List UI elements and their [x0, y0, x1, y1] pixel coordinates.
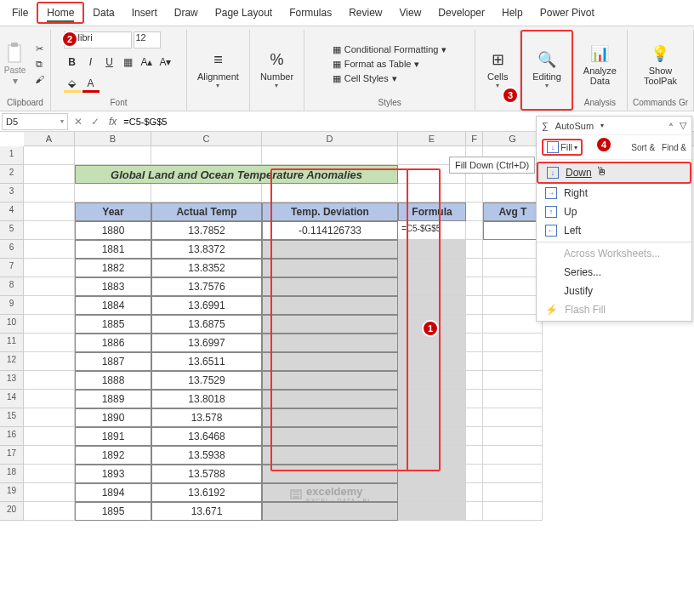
copy-icon[interactable]: ⧉: [32, 57, 46, 71]
row-hdr-14[interactable]: 14: [0, 390, 24, 408]
alignment-button[interactable]: ≡ Alignment ▾: [192, 46, 244, 91]
cell-year-6[interactable]: 1881: [75, 240, 151, 259]
name-box[interactable]: D5▾: [2, 113, 68, 130]
row-hdr-2[interactable]: 2: [0, 165, 24, 184]
cell-dev-6[interactable]: [262, 240, 398, 259]
row-hdr-6[interactable]: 6: [0, 240, 24, 259]
cell-dev-7[interactable]: [262, 259, 398, 277]
fill-justify-item[interactable]: Justify: [537, 282, 691, 300]
menu-view[interactable]: View: [391, 3, 430, 22]
cell-a1[interactable]: [24, 146, 75, 165]
cell-year-16[interactable]: 1891: [75, 427, 151, 446]
fill-left-item[interactable]: ←Left: [537, 221, 691, 240]
cell-avg-16[interactable]: [483, 427, 543, 446]
cell-avg-10[interactable]: [483, 315, 543, 334]
cell-avg-9[interactable]: [483, 296, 543, 315]
cell-actual-11[interactable]: 13.6997: [151, 334, 262, 352]
analyze-data-button[interactable]: 📊 Analyze Data: [578, 40, 622, 88]
cell-avg-17[interactable]: [483, 446, 543, 465]
cell-dev-15[interactable]: [262, 408, 398, 427]
editing-button[interactable]: 🔍 Editing ▾: [527, 46, 566, 91]
cell-actual-15[interactable]: 13.578: [151, 408, 262, 427]
cell-avg-14[interactable]: [483, 390, 543, 408]
format-painter-icon[interactable]: 🖌: [32, 72, 46, 86]
cell-avg-5[interactable]: [483, 221, 543, 240]
cell-avg-13[interactable]: [483, 371, 543, 390]
hdr-year[interactable]: Year: [75, 202, 151, 221]
row-hdr-5[interactable]: 5: [0, 221, 24, 240]
cell-avg-7[interactable]: [483, 259, 543, 277]
cell-actual-16[interactable]: 13.6468: [151, 427, 262, 446]
font-color-button[interactable]: A: [82, 76, 100, 93]
title-cell[interactable]: Global Land and Ocean Temperature Anomal…: [75, 165, 398, 184]
cell-formula-19[interactable]: [398, 483, 466, 502]
font-size-select[interactable]: 12: [134, 31, 161, 48]
menu-data[interactable]: Data: [84, 3, 122, 22]
find-label[interactable]: Find &: [662, 143, 686, 152]
cell-actual-20[interactable]: 13.671: [151, 502, 262, 521]
col-d[interactable]: D: [262, 132, 398, 145]
cell-year-5[interactable]: 1880: [75, 221, 151, 240]
cell-year-15[interactable]: 1890: [75, 408, 151, 427]
cell-formula-20[interactable]: [398, 502, 466, 521]
cell-formula-17[interactable]: [398, 446, 466, 465]
menu-insert[interactable]: Insert: [123, 3, 166, 22]
row-hdr-7[interactable]: 7: [0, 259, 24, 277]
cell-avg-15[interactable]: [483, 408, 543, 427]
fx-icon[interactable]: fx: [104, 116, 122, 128]
cell-formula-18[interactable]: [398, 465, 466, 483]
row-hdr-4[interactable]: 4: [0, 202, 24, 221]
italic-button[interactable]: I: [82, 54, 100, 71]
cell-formula-15[interactable]: [398, 408, 466, 427]
conditional-formatting-button[interactable]: ▦Conditional Formatting▾: [331, 43, 449, 56]
cell-actual-10[interactable]: 13.6875: [151, 315, 262, 334]
fill-button[interactable]: ↓Fill▾: [542, 139, 583, 156]
cell-actual-5[interactable]: 13.7852: [151, 221, 262, 240]
cell-formula-5[interactable]: =C5-$G$5: [398, 221, 466, 240]
fill-right-item[interactable]: →Right: [537, 184, 691, 202]
col-b[interactable]: B: [75, 132, 151, 145]
cell-actual-8[interactable]: 13.7576: [151, 277, 262, 296]
cell-dev-16[interactable]: [262, 427, 398, 446]
cancel-formula-icon[interactable]: ✕: [70, 116, 87, 128]
cut-icon[interactable]: ✂: [32, 42, 46, 55]
menu-file[interactable]: File: [3, 3, 37, 22]
col-a[interactable]: A: [24, 132, 75, 145]
cell-dev-17[interactable]: [262, 446, 398, 465]
col-c[interactable]: C: [151, 132, 262, 145]
cell-avg-8[interactable]: [483, 277, 543, 296]
cell-year-19[interactable]: 1894: [75, 483, 151, 502]
cell-year-14[interactable]: 1889: [75, 390, 151, 408]
hdr-avg[interactable]: Avg T: [483, 202, 543, 221]
row-hdr-9[interactable]: 9: [0, 296, 24, 315]
cell-actual-9[interactable]: 13.6991: [151, 296, 262, 315]
enter-formula-icon[interactable]: ✓: [87, 116, 104, 128]
cell-actual-6[interactable]: 13.8372: [151, 240, 262, 259]
cell-avg-20[interactable]: [483, 502, 543, 521]
cell-actual-12[interactable]: 13.6511: [151, 352, 262, 371]
row-hdr-15[interactable]: 15: [0, 408, 24, 427]
menu-draw[interactable]: Draw: [166, 3, 207, 22]
fill-color-button[interactable]: ⬙: [64, 76, 81, 93]
cell-styles-button[interactable]: ▦Cell Styles▾: [331, 72, 449, 85]
cell-formula-8[interactable]: [398, 277, 466, 296]
hdr-formula[interactable]: Formula: [398, 202, 466, 221]
autosum-label[interactable]: AutoSum: [555, 121, 594, 131]
cell-formula-6[interactable]: [398, 240, 466, 259]
fill-series-item[interactable]: Series...: [537, 263, 691, 282]
cell-formula-16[interactable]: [398, 427, 466, 446]
cell-avg-19[interactable]: [483, 483, 543, 502]
row-hdr-11[interactable]: 11: [0, 334, 24, 352]
paste-button[interactable]: Paste ▾: [4, 42, 26, 87]
cell-avg-12[interactable]: [483, 352, 543, 371]
fill-up-item[interactable]: ↑Up: [537, 202, 691, 221]
menu-powerpivot[interactable]: Power Pivot: [532, 3, 603, 22]
fill-down-item[interactable]: ↓Down: [537, 162, 691, 184]
col-g[interactable]: G: [483, 132, 543, 145]
cell-formula-9[interactable]: [398, 296, 466, 315]
menu-formulas[interactable]: Formulas: [281, 3, 340, 22]
sort-label[interactable]: Sort &: [631, 143, 655, 152]
cell-formula-14[interactable]: [398, 390, 466, 408]
menu-developer[interactable]: Developer: [429, 3, 493, 22]
col-f[interactable]: F: [466, 132, 483, 145]
